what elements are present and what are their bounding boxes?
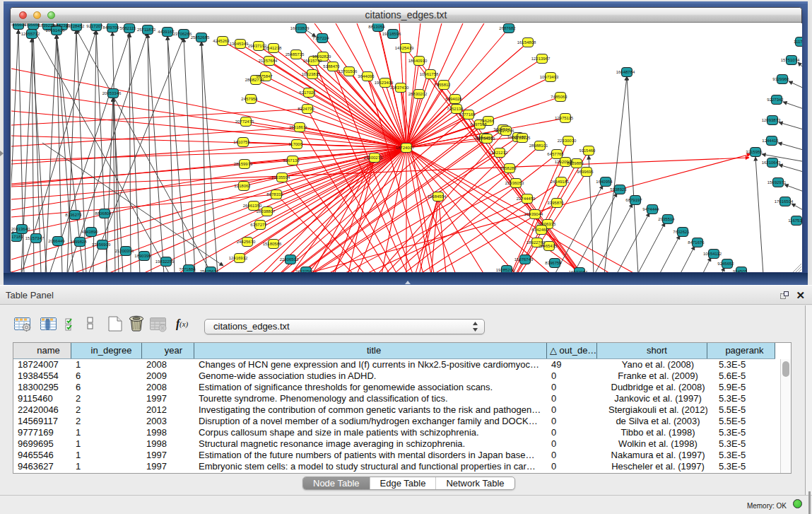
svg-text:7671884: 7671884 <box>179 267 196 271</box>
svg-text:10323815: 10323815 <box>302 72 321 76</box>
svg-text:12093873: 12093873 <box>762 118 781 122</box>
svg-text:25711873: 25711873 <box>137 28 156 32</box>
svg-text:8336273: 8336273 <box>65 213 82 217</box>
svg-text:12416912: 12416912 <box>229 256 248 260</box>
svg-text:15157347: 15157347 <box>25 236 45 240</box>
svg-text:9245652: 9245652 <box>717 262 734 266</box>
svg-text:25465435: 25465435 <box>539 244 558 248</box>
svg-text:13421212: 13421212 <box>489 151 508 155</box>
svg-text:25485735: 25485735 <box>286 52 305 57</box>
svg-text:117006: 117006 <box>288 142 302 146</box>
svg-text:21439044: 21439044 <box>524 212 543 216</box>
svg-text:7357224: 7357224 <box>312 36 329 40</box>
svg-text:19523409: 19523409 <box>375 81 394 85</box>
svg-text:15692971: 15692971 <box>767 180 787 185</box>
svg-text:3267130: 3267130 <box>283 158 300 163</box>
svg-text:12213967: 12213967 <box>531 57 551 61</box>
svg-text:16415740: 16415740 <box>303 59 322 63</box>
svg-text:23706266: 23706266 <box>173 32 192 36</box>
svg-text:19384554: 19384554 <box>428 194 447 199</box>
svg-text:9958289: 9958289 <box>500 166 517 170</box>
svg-text:21200396: 21200396 <box>115 249 134 253</box>
svg-text:6879197: 6879197 <box>625 198 642 202</box>
svg-text:1610753: 1610753 <box>233 140 250 144</box>
svg-text:12541238: 12541238 <box>263 46 282 50</box>
svg-text:17016504: 17016504 <box>775 199 794 204</box>
svg-text:9699695: 9699695 <box>577 170 594 174</box>
svg-text:2457954: 2457954 <box>241 97 258 101</box>
svg-text:19285201: 19285201 <box>496 268 515 272</box>
svg-text:18724007: 18724007 <box>396 146 415 150</box>
svg-text:10973493: 10973493 <box>540 75 559 79</box>
svg-text:16154808: 16154808 <box>517 40 536 45</box>
svg-text:8806804: 8806804 <box>95 211 112 216</box>
svg-text:16648784: 16648784 <box>616 70 635 74</box>
svg-text:3917183: 3917183 <box>11 235 23 239</box>
svg-text:8678332: 8678332 <box>266 192 283 197</box>
svg-text:17956909: 17956909 <box>92 243 111 247</box>
svg-text:13701506: 13701506 <box>339 69 358 74</box>
svg-text:20772475: 20772475 <box>235 119 254 124</box>
svg-text:22744459: 22744459 <box>517 197 536 201</box>
svg-text:7485063: 7485063 <box>551 95 567 99</box>
svg-text:16033809: 16033809 <box>290 26 310 30</box>
svg-text:1244415: 1244415 <box>762 139 779 143</box>
svg-text:28830202: 28830202 <box>408 92 428 96</box>
svg-text:9474444: 9474444 <box>642 207 659 211</box>
svg-text:4143890: 4143890 <box>81 230 98 234</box>
svg-text:7632621: 7632621 <box>673 230 690 234</box>
svg-text:11173: 11173 <box>794 40 802 44</box>
svg-text:24549181: 24549181 <box>551 180 570 184</box>
svg-text:8396759: 8396759 <box>545 261 562 265</box>
svg-text:12975115: 12975115 <box>555 116 574 120</box>
svg-text:12055712: 12055712 <box>21 32 40 36</box>
svg-text:7955812: 7955812 <box>434 83 451 87</box>
svg-text:28082730: 28082730 <box>245 78 264 82</box>
svg-text:8471676: 8471676 <box>688 240 705 245</box>
svg-text:924505: 924505 <box>733 269 748 272</box>
svg-text:20053346: 20053346 <box>102 91 122 95</box>
svg-text:6217026: 6217026 <box>299 90 316 95</box>
svg-text:28159979: 28159979 <box>234 162 253 166</box>
svg-text:9329966: 9329966 <box>772 77 789 81</box>
svg-text:20691406: 20691406 <box>46 28 65 33</box>
svg-text:8224730: 8224730 <box>298 107 314 111</box>
svg-text:18992829: 18992829 <box>312 54 331 59</box>
svg-text:22330030: 22330030 <box>558 139 577 143</box>
svg-text:1890399: 1890399 <box>134 254 151 258</box>
svg-text:20813640: 20813640 <box>11 227 30 231</box>
svg-text:10961758: 10961758 <box>420 72 439 76</box>
svg-text:(x): (x) <box>180 320 189 329</box>
svg-text:1999828: 1999828 <box>70 240 87 244</box>
svg-text:9217207: 9217207 <box>86 24 103 28</box>
svg-text:24532561: 24532561 <box>295 269 314 272</box>
svg-text:25852685: 25852685 <box>191 35 210 40</box>
svg-text:13535594: 13535594 <box>271 175 290 180</box>
svg-text:13045349: 13045349 <box>230 42 249 46</box>
svg-text:22306335: 22306335 <box>537 222 556 226</box>
svg-text:3215955: 3215955 <box>746 150 763 154</box>
svg-text:28988101: 28988101 <box>529 144 548 148</box>
svg-text:116753: 116753 <box>788 218 802 223</box>
svg-text:6457765: 6457765 <box>547 152 564 156</box>
svg-text:4245263: 4245263 <box>213 39 230 43</box>
svg-text:3644095: 3644095 <box>358 74 375 78</box>
svg-text:5188470: 5188470 <box>323 64 340 69</box>
svg-text:6742460: 6742460 <box>531 228 548 232</box>
svg-text:2066449: 2066449 <box>48 239 65 243</box>
svg-text:10837430: 10837430 <box>390 86 409 90</box>
svg-text:16072954: 16072954 <box>569 270 588 272</box>
svg-text:9777169: 9777169 <box>459 112 476 117</box>
svg-text:6994028: 6994028 <box>445 97 462 101</box>
svg-text:19218596: 19218596 <box>382 32 401 36</box>
svg-text:8029889: 8029889 <box>567 161 584 165</box>
svg-text:2687682: 2687682 <box>499 26 516 30</box>
svg-text:29300273: 29300273 <box>364 156 383 160</box>
svg-text:5682115: 5682115 <box>120 26 137 30</box>
svg-text:2935514: 2935514 <box>658 217 675 221</box>
svg-text:15751074: 15751074 <box>781 58 800 62</box>
svg-text:10654112: 10654112 <box>703 252 722 256</box>
svg-text:22806503: 22806503 <box>280 257 299 262</box>
svg-text:23936053: 23936053 <box>505 181 524 185</box>
svg-text:16213925: 16213925 <box>512 136 531 140</box>
